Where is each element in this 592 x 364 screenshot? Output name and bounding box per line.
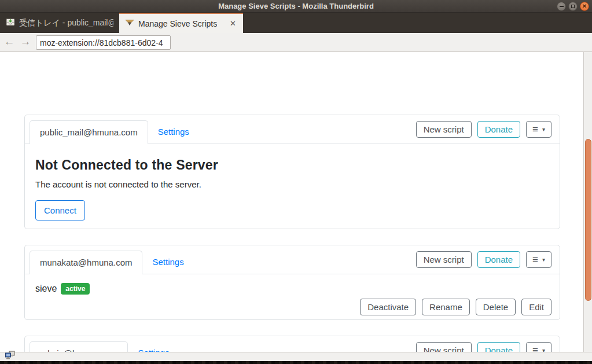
- caret-down-icon: ▾: [542, 257, 545, 263]
- status-bar: [0, 352, 592, 361]
- script-actions: Deactivate Rename Delete Edit: [25, 295, 560, 315]
- settings-link[interactable]: Settings: [142, 250, 193, 274]
- tab-label: Manage Sieve Scripts: [138, 19, 217, 28]
- new-script-button[interactable]: New script: [416, 251, 472, 268]
- card-toolbar: New script Donate ≡ ▾: [416, 251, 551, 268]
- window-controls: ✕: [557, 2, 589, 11]
- connect-button[interactable]: Connect: [35, 200, 85, 220]
- tab-close-icon[interactable]: ✕: [229, 19, 237, 28]
- not-connected-message: The account is not connected to the serv…: [35, 179, 549, 189]
- deactivate-button[interactable]: Deactivate: [360, 299, 416, 315]
- rename-button[interactable]: Rename: [422, 299, 470, 315]
- scrollbar[interactable]: [583, 52, 592, 352]
- scrollbar-thumb[interactable]: [585, 139, 591, 301]
- delete-button[interactable]: Delete: [476, 299, 516, 315]
- url-input[interactable]: [36, 35, 171, 50]
- edit-button[interactable]: Edit: [521, 299, 551, 315]
- connect-row: Connect: [35, 200, 549, 220]
- maximize-icon: [571, 5, 575, 8]
- tab-label: 受信トレイ - public_mail@: [19, 18, 113, 28]
- navigation-toolbar: ← →: [0, 33, 592, 52]
- active-badge: active: [61, 283, 90, 295]
- window-title: Manage Sieve Scripts - Mozilla Thunderbi…: [0, 0, 592, 13]
- titlebar: Manage Sieve Scripts - Mozilla Thunderbi…: [0, 0, 592, 13]
- tab-bar: 受信トレイ - public_mail@ Manage Sieve Script…: [0, 13, 592, 33]
- tab-manage-sieve-scripts[interactable]: Manage Sieve Scripts ✕: [119, 13, 243, 33]
- account-card-public-mail: public_mail@hmuna.com Settings New scrip…: [24, 115, 560, 229]
- account-card-munakata: munakata@hmuna.com Settings New script D…: [24, 245, 560, 320]
- account-tab[interactable]: munakata@hmuna.com: [30, 251, 142, 274]
- caret-down-icon: ▾: [542, 127, 545, 133]
- minimize-button[interactable]: [557, 2, 566, 11]
- close-button[interactable]: ✕: [580, 2, 589, 11]
- account-tab[interactable]: public_mail@hmuna.com: [30, 120, 148, 144]
- account-card-header: munakata@hmuna.com Settings New script D…: [25, 245, 560, 274]
- close-icon: ✕: [582, 3, 587, 9]
- maximize-button[interactable]: [568, 2, 578, 11]
- new-script-button[interactable]: New script: [416, 121, 472, 138]
- tab-inbox[interactable]: 受信トレイ - public_mail@: [0, 13, 119, 33]
- settings-link[interactable]: Settings: [148, 120, 199, 144]
- account-card-body: Not Connected to the Server The account …: [25, 144, 560, 220]
- donate-button[interactable]: Donate: [477, 121, 520, 138]
- hamburger-icon: ≡: [532, 124, 538, 134]
- not-connected-heading: Not Connected to the Server: [35, 157, 549, 173]
- script-list-item: sieve active: [25, 274, 560, 295]
- account-card-header: public_mail@hmuna.com Settings New scrip…: [25, 115, 560, 144]
- sieve-funnel-icon: [125, 18, 134, 30]
- hamburger-icon: ≡: [532, 255, 538, 264]
- script-name: sieve: [35, 284, 57, 294]
- minimize-icon: [560, 6, 564, 7]
- desktop-background-strip: [0, 361, 592, 364]
- donate-button[interactable]: Donate: [477, 251, 520, 268]
- forward-button[interactable]: →: [19, 35, 32, 48]
- thunderbird-window: Manage Sieve Scripts - Mozilla Thunderbi…: [0, 0, 592, 364]
- back-button[interactable]: ←: [2, 35, 16, 48]
- menu-dropdown-button[interactable]: ≡ ▾: [526, 121, 551, 138]
- network-status-icon[interactable]: [5, 351, 16, 362]
- card-toolbar: New script Donate ≡ ▾: [416, 121, 551, 138]
- inbox-icon: [6, 17, 15, 29]
- page-content: public_mail@hmuna.com Settings New scrip…: [0, 52, 592, 361]
- menu-dropdown-button[interactable]: ≡ ▾: [526, 251, 551, 268]
